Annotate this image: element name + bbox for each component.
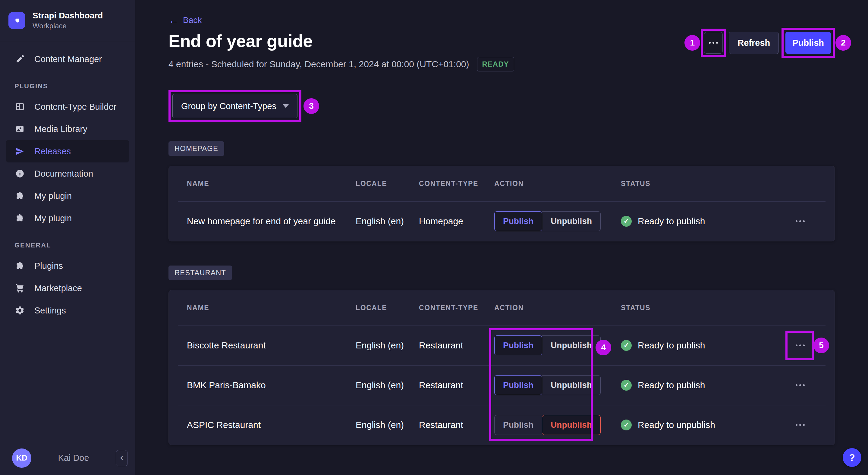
row-more-button[interactable] (796, 217, 805, 225)
annotation-box-5: 5 (785, 330, 814, 360)
publish-release-button[interactable]: Publish (785, 32, 831, 54)
brand: Strapi Dashboard Workplace (0, 0, 135, 41)
release-subtitle: 4 entries - Scheduled for Sunday, Decemb… (168, 59, 469, 69)
user-row: KD Kai Doe ‹ (0, 441, 135, 475)
status-badge: READY (477, 57, 514, 71)
sidebar-item-my-plugin-2[interactable]: My plugin (6, 207, 129, 229)
action-toggle: Publish Unpublish (494, 211, 601, 231)
column-name: NAME (187, 180, 355, 188)
unpublish-toggle-button[interactable]: Unpublish (542, 211, 601, 231)
back-link[interactable]: ← Back (168, 15, 202, 25)
app-title: Strapi Dashboard (33, 11, 103, 21)
sidebar-item-label: Documentation (34, 169, 93, 179)
annotation-box-2: Publish 2 (781, 28, 835, 58)
publish-toggle-button[interactable]: Publish (494, 375, 542, 395)
group-by-value: Group by Content-Types (181, 101, 276, 111)
sidebar-item-label: Settings (34, 306, 66, 316)
sidebar-item-label: My plugin (34, 213, 72, 223)
chevron-down-icon (283, 104, 289, 108)
group-restaurant: RESTAURANT 4 NAME LOCALE CONTENT-TYPE AC… (168, 265, 835, 445)
entry-status: Ready to publish (638, 380, 705, 390)
entry-content-type: Restaurant (419, 420, 494, 430)
entry-status: Ready to publish (638, 340, 705, 351)
action-toggle: Publish Unpublish (494, 375, 601, 395)
sidebar-item-settings[interactable]: Settings (6, 299, 129, 322)
help-button[interactable]: ? (843, 448, 861, 467)
column-action: ACTION (494, 304, 621, 312)
row-more-button[interactable] (796, 381, 805, 389)
entry-content-type: Homepage (419, 216, 494, 226)
sidebar-item-media-library[interactable]: Media Library (6, 118, 129, 140)
column-action: ACTION (494, 180, 621, 188)
table-header: NAME LOCALE CONTENT-TYPE ACTION STATUS (169, 290, 835, 325)
entry-status: Ready to publish (638, 216, 705, 226)
puzzle-icon (14, 190, 25, 201)
table-header: NAME LOCALE CONTENT-TYPE ACTION STATUS (169, 166, 835, 201)
sidebar: Strapi Dashboard Workplace Content Manag… (0, 0, 135, 475)
sidebar-item-documentation[interactable]: Documentation (6, 162, 129, 185)
release-more-button[interactable] (704, 32, 723, 54)
entry-content-type: Restaurant (419, 340, 494, 351)
unpublish-toggle-button[interactable]: Unpublish (542, 375, 601, 395)
group-homepage: HOMEPAGE NAME LOCALE CONTENT-TYPE ACTION… (168, 141, 835, 242)
unpublish-toggle-button[interactable]: Unpublish (542, 336, 601, 355)
check-icon: ✓ (621, 340, 632, 351)
refresh-button[interactable]: Refresh (729, 32, 779, 54)
entry-name: ASPIC Restaurant (187, 420, 355, 430)
avatar[interactable]: KD (12, 448, 31, 468)
sidebar-item-content-manager[interactable]: Content Manager (6, 48, 129, 70)
sidebar-item-label: Content Manager (34, 54, 102, 64)
back-label: Back (183, 15, 202, 25)
sidebar-section-general: GENERAL (14, 242, 129, 249)
user-name: Kai Doe (37, 453, 110, 463)
sidebar-item-label: Plugins (34, 261, 63, 271)
column-status: STATUS (621, 304, 796, 312)
annotation-marker-2: 2 (835, 35, 851, 51)
annotation-marker-5: 5 (813, 338, 829, 353)
row-more-button[interactable]: 5 (796, 342, 805, 349)
page-header: End of year guide 4 entries - Scheduled … (168, 31, 835, 71)
column-content-type: CONTENT-TYPE (419, 304, 494, 312)
content-type-tag: HOMEPAGE (168, 141, 224, 156)
sidebar-item-plugins[interactable]: Plugins (6, 255, 129, 277)
publish-toggle-button[interactable]: Publish (494, 415, 542, 435)
homepage-table: NAME LOCALE CONTENT-TYPE ACTION STATUS N… (168, 166, 835, 242)
annotation-box-1: 1 (701, 29, 726, 57)
app-workplace: Workplace (33, 22, 103, 30)
page-title: End of year guide (168, 31, 514, 51)
sidebar-collapse-button[interactable]: ‹ (116, 450, 128, 466)
column-content-type: CONTENT-TYPE (419, 180, 494, 188)
sidebar-item-label: My plugin (34, 191, 72, 201)
pen-icon (14, 54, 25, 64)
table-row: Biscotte Restaurant English (en) Restaur… (169, 325, 835, 365)
table-row: BMK Paris-Bamako English (en) Restaurant… (169, 365, 835, 405)
info-icon (14, 168, 25, 179)
cart-icon (14, 283, 25, 293)
row-more-button[interactable] (796, 421, 805, 429)
sidebar-nav: Content Manager PLUGINS Content-Type Bui… (0, 41, 135, 441)
annotation-marker-3: 3 (304, 98, 319, 114)
annotation-marker-1: 1 (684, 35, 700, 51)
sidebar-item-releases[interactable]: Releases (6, 140, 129, 162)
action-toggle: Publish Unpublish (494, 415, 601, 435)
media-icon (14, 124, 25, 134)
sidebar-section-plugins: PLUGINS (14, 82, 129, 90)
publish-toggle-button[interactable]: Publish (494, 336, 542, 355)
sidebar-item-marketplace[interactable]: Marketplace (6, 277, 129, 299)
more-icon (709, 42, 718, 44)
table-row: New homepage for end of year guide Engli… (169, 201, 835, 241)
layout-icon (14, 101, 25, 112)
sidebar-item-content-type-builder[interactable]: Content-Type Builder (6, 96, 129, 118)
chevron-left-icon: ‹ (120, 451, 123, 463)
entry-name: Biscotte Restaurant (187, 340, 355, 351)
publish-toggle-button[interactable]: Publish (494, 211, 542, 231)
sidebar-item-label: Content-Type Builder (34, 102, 116, 112)
column-name: NAME (187, 304, 355, 312)
sidebar-item-my-plugin-1[interactable]: My plugin (6, 185, 129, 207)
group-by-select[interactable]: Group by Content-Types (173, 94, 298, 118)
puzzle-icon (14, 213, 25, 224)
entry-name: BMK Paris-Bamako (187, 380, 355, 390)
unpublish-toggle-button[interactable]: Unpublish (542, 415, 601, 435)
annotation-box-3: Group by Content-Types 3 (168, 90, 301, 122)
sidebar-item-label: Releases (34, 147, 71, 156)
